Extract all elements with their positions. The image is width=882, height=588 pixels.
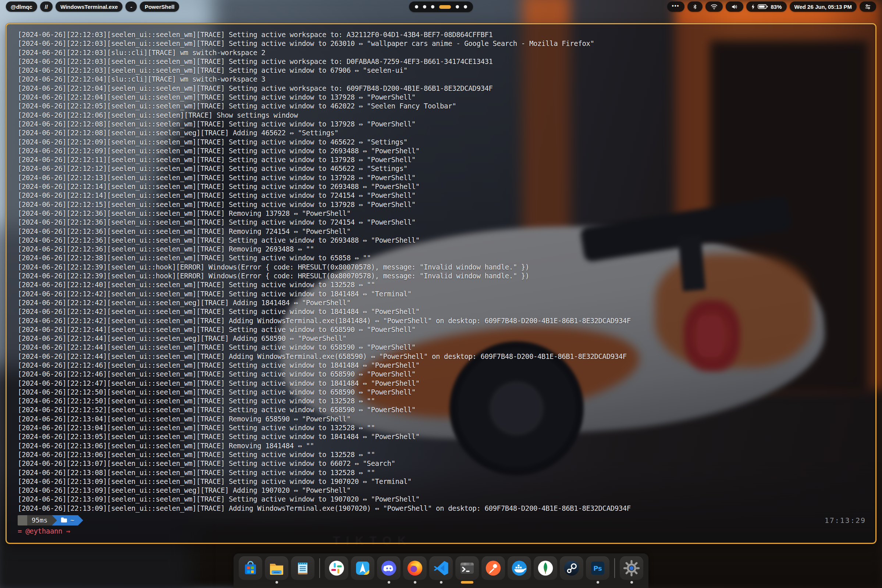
log-line: [2024-06-26][22:12:36][seelen_ui::seelen… [18,236,866,244]
log-line: [2024-06-26][22:13:06][seelen_ui::seelen… [18,450,866,459]
log-line: [2024-06-26][22:12:13][seelen_ui::seelen… [18,173,866,182]
dock-item-microsoft-store[interactable] [239,556,262,584]
dock-indicator-empty [249,581,252,584]
dock-item-docker[interactable] [508,556,531,584]
file-explorer-icon [265,556,288,580]
workspace-indicator[interactable] [464,5,467,9]
log-line: [2024-06-26][22:12:40][seelen_ui::seelen… [18,280,866,289]
battery-percent: 83% [771,4,782,10]
toggles-icon [864,3,872,10]
workspace-indicator[interactable] [423,5,426,9]
folder-icon [61,516,67,525]
log-line: [2024-06-26][22:12:47][seelen_ui::seelen… [18,379,866,388]
log-line: [2024-06-26][22:13:07][seelen_ui::seelen… [18,459,866,468]
log-line: [2024-06-26][22:12:03][seelen_ui::seelen… [18,30,866,39]
topbar-pill-app[interactable]: WindowsTerminal.exe [56,2,123,12]
dock-item-postman[interactable] [482,556,505,584]
log-line: [2024-06-26][22:13:09][seelen_ui::seelen… [18,495,866,503]
dock-indicator-empty [302,581,304,584]
wifi-button[interactable] [705,2,723,12]
datetime-label: Wed 26 Jun, 05:13 PM [795,4,852,10]
mongodb-icon [534,556,557,580]
dock-item-settings[interactable] [620,556,643,584]
prompt-symbol: = [18,526,22,536]
log-line: [2024-06-26][22:12:04][slu::cli][TRACE] … [18,75,866,84]
topbar-pill-user[interactable]: @dlmqc [6,2,37,12]
log-line: [2024-06-26][22:12:36][seelen_ui::seelen… [18,227,866,236]
dock-running-dot [388,581,390,584]
cwd-label: ~ [70,516,74,525]
workspace-indicator[interactable] [431,5,434,9]
volume-button[interactable] [726,2,743,12]
log-line: [2024-06-26][22:13:04][seelen_ui::seelen… [18,423,866,432]
dock-item-slack[interactable] [325,556,348,584]
workspace-indicator[interactable] [456,5,459,9]
log-line: [2024-06-26][22:12:06][seelen_ui::seelen… [18,111,866,120]
dock-item-vscode[interactable] [429,556,453,584]
steam-icon [560,556,584,580]
log-line: [2024-06-26][22:13:09][seelen_ui::seelen… [18,477,866,486]
log-line: [2024-06-26][22:12:42][seelen_ui::seelen… [18,316,866,325]
prompt-user: @eythaann [26,526,62,536]
terminal-clock: 17:13:29 [825,516,866,525]
powerline-arrow [52,515,57,525]
log-line: [2024-06-26][22:12:46][seelen_ui::seelen… [18,370,866,378]
log-line: [2024-06-26][22:12:08][seelen_ui::seelen… [18,120,866,128]
topbar-pill-window-title[interactable]: PowerShell [140,2,179,12]
terminal-window[interactable]: [2024-06-26][22:12:03][seelen_ui::seelen… [6,23,876,544]
log-line: [2024-06-26][22:12:44][seelen_ui::seelen… [18,334,866,343]
photoshop-icon: Ps [586,556,609,580]
battery-button[interactable]: 83% [746,2,787,12]
shell-prompt-input[interactable]: = @eythaann ⇒ [18,526,866,536]
topbar-pill-dash[interactable]: - [125,2,137,12]
log-line: [2024-06-26][22:12:52][seelen_ui::seelen… [18,405,866,414]
dock-item-notepad[interactable] [291,556,315,584]
wifi-icon [710,3,718,10]
dock-indicator-empty [336,581,338,584]
log-line: [2024-06-26][22:12:03][slu::cli][TRACE] … [18,48,866,57]
spark-mail-icon [351,556,374,580]
dock-item-windows-terminal[interactable] [455,556,479,584]
dock-indicator-empty [492,581,495,584]
log-line: [2024-06-26][22:12:14][seelen_ui::seelen… [18,191,866,200]
log-line: [2024-06-26][22:13:09][seelen_ui::seelen… [18,486,866,495]
fancy-toolbar: @dlmqc//WindowsTerminal.exe-PowerShell •… [0,0,882,13]
workspace-switcher[interactable] [409,2,473,12]
prompt-lead-segment [18,515,27,525]
log-line: [2024-06-26][22:12:39][seelen_ui::hook][… [18,262,866,272]
tray-more-button[interactable]: ••• [667,2,684,12]
log-line: [2024-06-26][22:12:44][seelen_ui::seelen… [18,325,866,334]
volume-icon [730,3,738,10]
dock-indicator-empty [544,581,547,584]
log-line: [2024-06-26][22:13:05][seelen_ui::seelen… [18,432,866,441]
dock-indicator-empty [518,581,521,584]
quick-settings-button[interactable] [860,2,876,12]
dock-item-firefox[interactable] [403,556,427,584]
log-line: [2024-06-26][22:13:06][seelen_ui::seelen… [18,441,866,450]
settings-icon [620,556,643,580]
dock-item-discord[interactable] [377,556,400,584]
dock-item-photoshop[interactable]: Ps [586,556,609,584]
dock-divider [614,558,615,578]
log-line: [2024-06-26][22:12:14][seelen_ui::seelen… [18,182,866,191]
topbar-pill-separator[interactable]: // [40,2,52,12]
docker-icon [508,556,531,580]
dock-running-dot [630,581,633,584]
dock-item-spark-mail[interactable] [351,556,374,584]
bluetooth-icon [692,3,698,10]
log-line: [2024-06-26][22:12:42][seelen_ui::seelen… [18,290,866,298]
toolbar-right-group: ••• [667,2,876,12]
dock-item-mongodb[interactable] [534,556,557,584]
dock-running-dot [276,581,278,584]
dock-item-file-explorer[interactable] [265,556,288,584]
dock-active-indicator [461,581,473,584]
log-line: [2024-06-26][22:12:15][seelen_ui::seelen… [18,200,866,209]
firefox-icon [403,556,427,580]
dock-item-steam[interactable] [560,556,584,584]
workspace-indicator-active[interactable] [439,5,451,9]
log-line: [2024-06-26][22:12:50][seelen_ui::seelen… [18,396,866,405]
bluetooth-button[interactable] [687,2,702,12]
workspace-indicator[interactable] [415,5,418,9]
datetime-button[interactable]: Wed 26 Jun, 05:13 PM [790,2,856,12]
dock-running-dot [597,581,599,584]
